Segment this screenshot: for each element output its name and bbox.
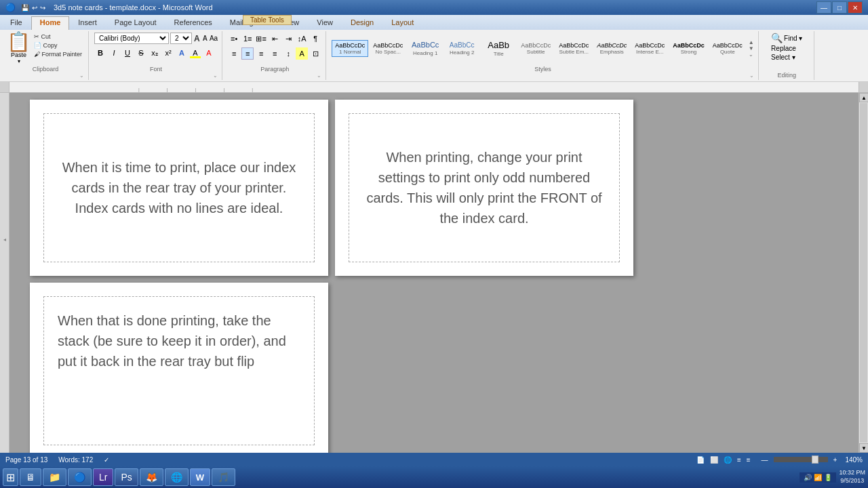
align-right-button[interactable]: ≡ bbox=[255, 47, 267, 60]
tab-view[interactable]: View bbox=[308, 16, 342, 30]
font-color-button[interactable]: A bbox=[203, 47, 215, 59]
view-draft[interactable]: ≡ bbox=[747, 456, 751, 464]
start-button[interactable]: ⊞ bbox=[3, 468, 18, 486]
scroll-up-button[interactable]: ▲ bbox=[859, 93, 868, 102]
zoom-thumb[interactable] bbox=[812, 455, 818, 464]
tab-design[interactable]: Design bbox=[342, 16, 382, 30]
align-left-button[interactable]: ≡ bbox=[228, 47, 240, 60]
zoom-slider[interactable] bbox=[774, 457, 828, 462]
taskbar-lr[interactable]: Lr bbox=[93, 468, 113, 486]
sort-button[interactable]: ↕A bbox=[296, 33, 308, 45]
borders-button[interactable]: ⊡ bbox=[309, 47, 321, 60]
shading-button[interactable]: A bbox=[296, 47, 308, 60]
taskbar-vlc[interactable]: 🎵 bbox=[212, 468, 235, 486]
zoom-out-button[interactable]: — bbox=[762, 456, 768, 464]
tab-references[interactable]: References bbox=[165, 16, 221, 30]
quick-access-undo[interactable]: ↩ bbox=[32, 4, 37, 12]
superscript-button[interactable]: x² bbox=[162, 47, 174, 59]
style-quote[interactable]: AaBbCcDc Quote bbox=[709, 40, 746, 58]
maximize-button[interactable]: □ bbox=[832, 1, 847, 14]
style-intense-em[interactable]: AaBbCcDc Intense E... bbox=[631, 40, 668, 58]
scroll-down-button[interactable]: ▼ bbox=[859, 443, 868, 453]
taskbar-chrome[interactable]: 🌐 bbox=[165, 468, 189, 486]
tab-page-layout[interactable]: Page Layout bbox=[106, 16, 165, 30]
line-spacing-button[interactable]: ↕ bbox=[282, 47, 294, 60]
find-button[interactable]: 🔍 Find ▾ bbox=[771, 33, 802, 43]
style-heading2[interactable]: AaBbCc Heading 2 bbox=[444, 39, 479, 58]
text-highlight-button[interactable]: A bbox=[189, 47, 201, 59]
underline-button[interactable]: U bbox=[121, 47, 134, 59]
justify-button[interactable]: ≡ bbox=[269, 47, 281, 60]
card-1-text[interactable]: When it is time to print, place our inde… bbox=[58, 157, 300, 218]
page-card-2[interactable]: When printing, change your print setting… bbox=[335, 100, 633, 276]
card-2-text[interactable]: When printing, change your print setting… bbox=[363, 147, 606, 228]
close-button[interactable]: ✕ bbox=[848, 1, 863, 14]
clear-format-button[interactable]: Aa bbox=[210, 35, 218, 42]
paragraph-expand[interactable]: ⌄ bbox=[317, 73, 321, 79]
italic-button[interactable]: I bbox=[108, 47, 120, 59]
tab-home[interactable]: Home bbox=[31, 16, 70, 30]
taskbar-word[interactable]: W bbox=[190, 468, 210, 486]
zoom-in-button[interactable]: + bbox=[833, 456, 837, 464]
font-grow-button[interactable]: A bbox=[193, 34, 201, 43]
view-outline[interactable]: ≡ bbox=[737, 456, 741, 464]
font-size-select[interactable]: 20 bbox=[170, 33, 192, 44]
left-ruler-margin: ◂ bbox=[0, 93, 9, 453]
cut-button[interactable]: ✂ Cut bbox=[32, 33, 84, 41]
style-no-spacing[interactable]: AaBbCcDc No Spac... bbox=[370, 40, 406, 58]
minimize-button[interactable]: — bbox=[816, 1, 831, 14]
taskbar-app1[interactable]: 🔵 bbox=[68, 468, 92, 486]
font-name-select[interactable]: Calibri (Body) bbox=[94, 33, 169, 44]
show-formatting-button[interactable]: ¶ bbox=[309, 33, 321, 45]
styles-scroll-down[interactable]: ▼ bbox=[749, 46, 754, 52]
tab-file[interactable]: File bbox=[1, 16, 31, 30]
clipboard-expand[interactable]: ⌄ bbox=[79, 73, 84, 79]
decrease-indent-button[interactable]: ⇤ bbox=[269, 33, 281, 45]
select-button[interactable]: Select ▾ bbox=[771, 54, 795, 61]
page-card-3[interactable]: When that is done printing, take the sta… bbox=[30, 283, 328, 453]
styles-scroll-up[interactable]: ▲ bbox=[749, 40, 754, 45]
editing-label: Editing bbox=[777, 70, 796, 79]
bullets-button[interactable]: ≡• bbox=[228, 33, 240, 45]
style-title[interactable]: AaBb Title bbox=[481, 38, 516, 59]
styles-expand-btn[interactable]: ⌄ bbox=[749, 73, 754, 79]
view-web[interactable]: 🌐 bbox=[724, 456, 732, 464]
style-subtle-em[interactable]: AaBbCcDc Subtle Em... bbox=[555, 40, 592, 58]
bold-button[interactable]: B bbox=[94, 47, 106, 59]
align-center-button[interactable]: ≡ bbox=[241, 47, 254, 60]
style-subtitle[interactable]: AaBbCcDc Subtitle bbox=[517, 40, 554, 58]
vertical-scrollbar[interactable]: ▲ ▼ bbox=[859, 93, 868, 453]
style-heading1[interactable]: AaBbCc Heading 1 bbox=[408, 39, 443, 58]
style-normal[interactable]: AaBbCcDc 1 Normal bbox=[332, 40, 368, 58]
view-print-layout[interactable]: 📄 bbox=[696, 456, 705, 464]
paste-button[interactable]: 📋 Paste ▾ bbox=[7, 33, 31, 64]
styles-expand[interactable]: ⌄ bbox=[749, 52, 754, 58]
strikethrough-button[interactable]: S bbox=[135, 47, 147, 59]
tab-insert[interactable]: Insert bbox=[69, 16, 106, 30]
replace-button[interactable]: Replace bbox=[771, 45, 796, 52]
page-card-1[interactable]: When it is time to print, place our inde… bbox=[30, 100, 328, 276]
tab-layout[interactable]: Layout bbox=[382, 16, 422, 30]
subscript-button[interactable]: x₂ bbox=[149, 47, 161, 59]
taskbar-ps[interactable]: Ps bbox=[115, 468, 138, 486]
copy-button[interactable]: 📄 Copy bbox=[32, 41, 84, 49]
style-strong[interactable]: AaBbCcDc Strong bbox=[669, 40, 708, 58]
style-subtle-em-label: Subtle Em... bbox=[559, 49, 589, 55]
view-fullscreen[interactable]: ⬜ bbox=[710, 456, 718, 464]
quick-access-redo[interactable]: ↪ bbox=[40, 4, 45, 12]
taskbar-explorer[interactable]: 📁 bbox=[43, 468, 66, 486]
numbering-button[interactable]: 1≡ bbox=[241, 33, 254, 45]
text-effects-button[interactable]: A bbox=[176, 47, 188, 59]
multilevel-list-button[interactable]: ⊞≡ bbox=[255, 33, 267, 45]
taskbar-firefox[interactable]: 🦊 bbox=[140, 468, 163, 486]
font-shrink-button[interactable]: A bbox=[202, 35, 208, 42]
card-3-text[interactable]: When that is done printing, take the sta… bbox=[58, 310, 300, 371]
scroll-thumb[interactable] bbox=[860, 103, 867, 443]
increase-indent-button[interactable]: ⇥ bbox=[282, 33, 294, 45]
taskbar-ie[interactable]: 🖥 bbox=[20, 468, 41, 486]
font-expand[interactable]: ⌄ bbox=[213, 73, 218, 79]
quick-access-save[interactable]: 💾 bbox=[21, 4, 29, 12]
style-emphasis[interactable]: AaBbCcDc Emphasis bbox=[593, 40, 630, 58]
format-painter-button[interactable]: 🖌 Format Painter bbox=[32, 50, 84, 58]
taskbar-right: 🔊 📶 🔋 10:32 PM 9/5/2013 bbox=[800, 469, 865, 485]
